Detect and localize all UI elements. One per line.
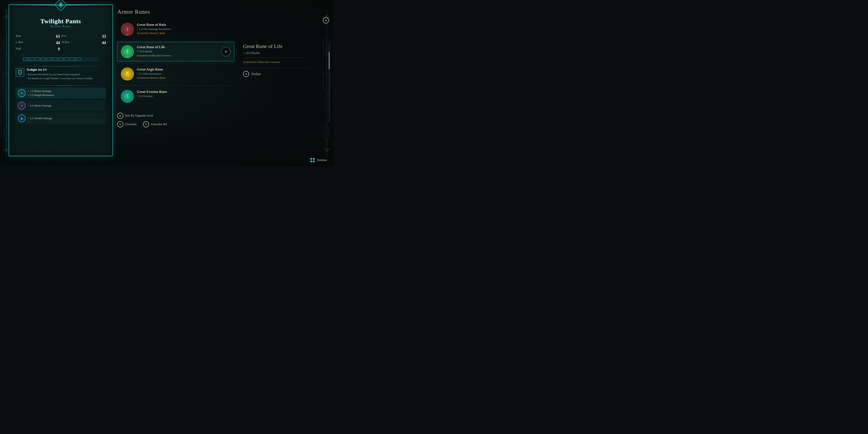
stat-value-eva: 33 — [85, 34, 106, 39]
rune-tier-life: III — [126, 55, 129, 59]
unsocket-control[interactable]: X Unsocket — [117, 121, 136, 127]
enchant-item-3[interactable]: ◆ + 2.3 Stealth Damage — [16, 113, 106, 124]
rune-entry-rain[interactable]: I II Great Rune of Rain + 2.0 Fire Damag… — [117, 20, 235, 39]
item-card: Twilight Pants Divine Pants Arm 63 Eva 3… — [9, 4, 113, 156]
stats-grid: Arm 63 Eva 33 L-Res 44 H-Res 44 Wgt 9 — [16, 33, 106, 53]
animus-button[interactable]: Animus — [309, 157, 327, 163]
rune-entry-evasion[interactable]: ᛉ Great Evasion Rune + 2.0 Evasion — [117, 87, 235, 106]
rune-tier-rain: II — [126, 33, 128, 36]
svg-rect-6 — [313, 158, 315, 160]
set-icon — [16, 68, 24, 77]
enchant-icon-1 — [18, 89, 26, 97]
rune-slots — [16, 58, 106, 61]
unsocket-all-label: Unsocket All — [151, 123, 167, 126]
enchant-item-1[interactable]: + 1.5 Melee Damage+ 1.5 Range Resistance — [16, 88, 106, 99]
enchant-item-2[interactable]: ✦ + 2.0 Melee Damage — [16, 100, 106, 111]
socket-action[interactable]: A Socket — [243, 71, 308, 77]
unsocket-all-btn-icon: Y — [143, 121, 149, 127]
rune-stat-rain: + 2.0 Fire Damage Resistance — [137, 27, 231, 31]
rune-name-life: Great Rune of Life — [137, 45, 218, 49]
rune-slot-9 — [70, 58, 75, 61]
animus-icon — [309, 157, 315, 163]
socket-label: Socket — [251, 72, 261, 76]
enchant-icon-3: ◆ — [18, 114, 26, 122]
rune-slot-7 — [58, 58, 63, 61]
rune-stat-aegis: + 2.3 Elite Resistance — [137, 72, 231, 75]
rune-slot-4 — [40, 58, 46, 61]
enchant-text-3: + 2.3 Stealth Damage — [28, 116, 52, 120]
svg-rect-7 — [310, 161, 312, 162]
detail-stat: + 18.9 Health — [243, 52, 308, 55]
rune-name-rain: Great Rune of Rain — [137, 23, 231, 27]
rune-slot-6 — [52, 58, 58, 61]
divider-1 — [16, 66, 106, 66]
detail-panel: Great Rune of Life + 18.9 Health Sockete… — [243, 43, 308, 77]
rune-entry-aegis[interactable]: ᚢ III Great Aegis Rune + 2.3 Elite Resis… — [117, 64, 235, 84]
rune-slot-10 — [76, 58, 81, 61]
socket-btn-icon: A — [243, 71, 249, 77]
rune-slot-2 — [29, 58, 34, 61]
rune-selector — [221, 47, 231, 56]
stat-label-lres: L-Res — [16, 40, 37, 45]
sort-btn-area[interactable]: R — [323, 18, 329, 24]
rune-slot-3 — [35, 58, 40, 61]
stat-label-arm: Arm — [16, 34, 37, 39]
sort-btn-icon: R — [117, 113, 123, 119]
rune-divider-1 — [117, 41, 235, 41]
set-section: Twilight Set 5/5 • Increase Fire Build-U… — [16, 68, 106, 80]
stat-value-arm: 63 — [39, 34, 60, 39]
unsocket-label: Unsocket — [125, 123, 136, 126]
animus-label: Animus — [317, 158, 327, 162]
stat-label-hres: H-Res — [62, 40, 83, 45]
rune-divider-2 — [117, 63, 235, 63]
rune-slot-12 — [88, 58, 93, 61]
unsocket-btn-icon: X — [117, 121, 123, 127]
rune-slot-5 — [46, 58, 52, 61]
rune-selector-dot — [225, 51, 227, 53]
rune-icon-evasion: ᛉ — [121, 90, 134, 103]
detail-socketed: Socketed in Fallen Hero Greaves — [243, 60, 308, 64]
rune-socketed-aegis: Socketed in Mentor's Mask — [137, 76, 231, 80]
rune-stat-life: + 18.9 Health — [137, 50, 218, 53]
rune-slot-11 — [82, 58, 87, 61]
right-decoration — [320, 0, 333, 167]
stat-value-hres: 44 — [85, 40, 106, 45]
enchant-text-1: + 1.5 Melee Damage+ 1.5 Range Resistance — [28, 89, 54, 97]
scroll-thumb — [329, 52, 330, 69]
stat-label-wgt: Wgt — [16, 47, 37, 52]
sort-label: Sort By Upgrade Level — [125, 114, 153, 117]
stat-value-wgt: 9 — [39, 47, 60, 52]
card-icon — [55, 0, 67, 11]
unsocket-all-control[interactable]: Y Unsocket All — [143, 121, 167, 127]
sort-r-icon: R — [323, 18, 329, 24]
rune-socketed-life: Socketed in Fallen Hero Greaves — [137, 54, 218, 57]
set-bonus-1: • Increase Fire Build-Up and Speed when … — [27, 72, 106, 76]
svg-rect-8 — [313, 161, 315, 162]
runes-panel: Armor Runes I II Great Rune of Rain + 2.… — [117, 9, 235, 127]
enchant-icon-2: ✦ — [18, 102, 26, 110]
stat-label-eva: Eva — [62, 34, 83, 39]
rune-slot-13 — [93, 58, 98, 61]
set-name: Twilight Set 5/5 — [27, 68, 106, 72]
panel-title: Armor Runes — [117, 9, 235, 15]
rune-slot-1 — [23, 58, 28, 61]
rune-stat-evasion: + 2.0 Evasion — [137, 94, 231, 98]
item-name: Twilight Pants — [16, 18, 106, 25]
stat-value-lres: 44 — [39, 40, 60, 45]
item-type: Divine Pants — [16, 25, 106, 28]
rune-entry-life[interactable]: ᚠ III Great Rune of Life + 18.9 Health S… — [117, 42, 235, 61]
set-bonus-2: • Ice shards on a Light Finisher. Lava b… — [27, 76, 106, 80]
svg-rect-5 — [310, 158, 312, 160]
rune-slot-8 — [64, 58, 69, 61]
rune-socketed-rain: Socketed in Mentor's Mask — [137, 32, 231, 35]
rune-tier-aegis: III — [126, 78, 129, 81]
scroll-track[interactable] — [329, 43, 330, 123]
detail-divider-2 — [243, 68, 308, 68]
rune-name-aegis: Great Aegis Rune — [137, 67, 231, 71]
card-border-top — [9, 5, 113, 5]
detail-rune-name: Great Rune of Life — [243, 43, 308, 49]
enchant-text-2: + 2.0 Melee Damage — [28, 104, 52, 107]
rune-name-evasion: Great Evasion Rune — [137, 90, 231, 94]
sort-control[interactable]: R Sort By Upgrade Level — [117, 113, 153, 119]
